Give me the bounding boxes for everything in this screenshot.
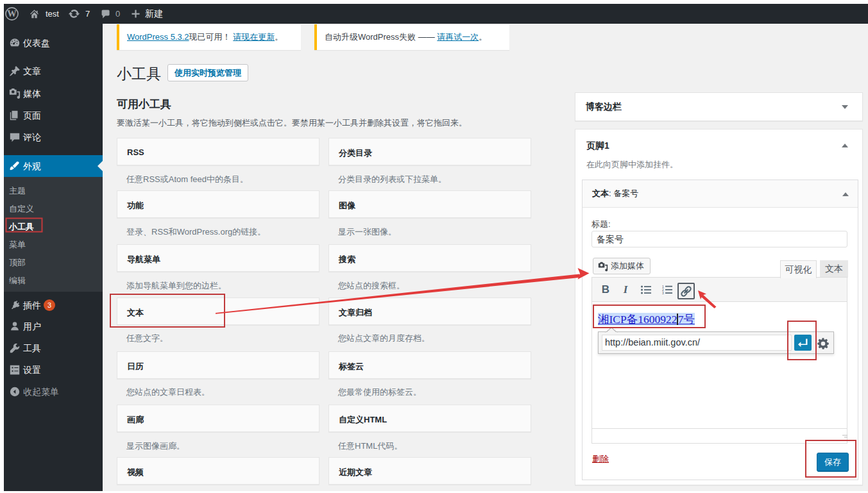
svg-text:3: 3 — [662, 291, 664, 295]
svg-text:W: W — [7, 8, 17, 19]
